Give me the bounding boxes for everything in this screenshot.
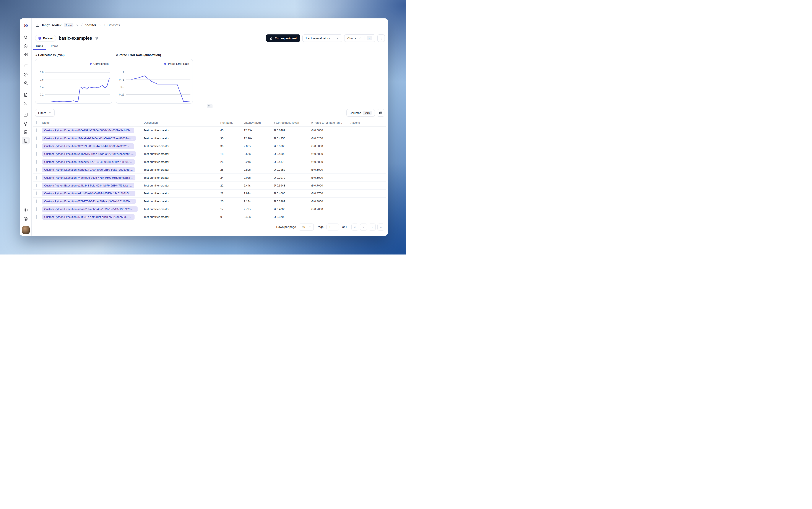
run-description: Test our filter creator [142,200,218,203]
row-actions-button[interactable] [349,207,386,211]
row-checkbox[interactable] [36,215,37,219]
sidebar-item-file-code-icon[interactable] [22,91,30,99]
row-actions-button[interactable] [349,160,386,164]
row-actions-button[interactable] [349,215,386,219]
column-header-name[interactable]: Name [40,119,142,126]
row-actions-button[interactable] [349,129,386,132]
previous-page-button[interactable]: ‹ [360,224,367,231]
run-name-link[interactable]: Custom Python Execution 5a15a616-1bab-44… [42,151,136,157]
column-header-run-items[interactable]: Run Items [218,121,242,124]
sidebar-item-life-buoy-icon[interactable] [22,215,30,223]
sidebar-item-clipboard-pen-icon[interactable] [22,128,30,136]
run-name-link[interactable]: Custom Python Execution f6bb1614-1f90-40… [42,167,135,172]
table-row[interactable]: Custom Python Execution adfae619-abb0-4d… [33,205,386,213]
sidebar-item-home-icon[interactable] [22,42,30,49]
tab-runs[interactable]: Runs [35,44,44,50]
run-name-link[interactable]: Custom Python Execution 9fe23f98-881e-44… [42,143,134,149]
row-checkbox[interactable] [36,192,37,195]
kebab-icon [351,215,355,219]
run-items-count: 30 [218,137,242,140]
row-checkbox[interactable] [36,176,37,179]
sidebar-item-percent-square-icon[interactable] [22,111,30,118]
sidebar-item-lightbulb-icon[interactable] [22,120,30,128]
run-name-link[interactable]: Custom Python Execution 371f531c-abff-4d… [42,214,135,219]
column-header-correctness[interactable]: # Correctness (eval) [272,121,310,124]
breadcrumb-env[interactable]: no-filter [84,23,96,27]
sidebar-item-list-tree-icon[interactable] [22,62,30,70]
row-checkbox[interactable] [36,160,37,164]
table-row[interactable]: Custom Python Execution fe91b83e-04a5-47… [33,190,386,197]
row-actions-button[interactable] [349,184,386,187]
sidebar-item-dashboard-icon[interactable] [22,50,30,58]
table-row[interactable]: Custom Python Execution e14fa348-5cfc-49… [33,182,386,190]
sidebar-item-search-icon[interactable] [22,33,30,41]
row-checkbox[interactable] [36,136,37,140]
run-name-link[interactable]: Custom Python Execution 076b2704-341d-48… [42,199,136,204]
row-height-button[interactable] [377,109,384,116]
row-actions-button[interactable] [349,176,386,179]
charts-button[interactable]: Charts 2 [344,34,375,42]
kebab-icon [351,192,355,195]
last-page-button[interactable]: » [377,224,384,231]
more-actions-button[interactable] [377,34,385,42]
row-checkbox[interactable] [36,207,37,211]
page-number-input[interactable] [327,224,339,231]
run-name-link[interactable]: Custom Python Execution 74de488e-ec9d-47… [42,175,135,180]
row-checkbox[interactable] [36,200,37,203]
table-row[interactable]: Custom Python Execution 371f531c-abff-4d… [33,213,386,221]
table-row[interactable]: Custom Python Execution 114aa9ef-29e6-4e… [33,134,386,142]
tab-items[interactable]: Items [50,44,59,50]
row-checkbox[interactable] [36,184,37,188]
row-actions-button[interactable] [349,200,386,203]
sidebar-item-terminal-icon[interactable] [22,99,30,107]
sidebar-item-clock-icon[interactable] [22,71,30,78]
column-header-latency[interactable]: Latency (avg) [242,121,272,124]
row-actions-button[interactable] [349,136,386,140]
column-header-parse-error-rate[interactable]: # Parse Error Rate (an... [310,121,349,124]
active-evaluators-button[interactable]: 1 active evaluators [302,34,342,42]
table-row[interactable]: Custom Python Execution f6bb1614-1f90-40… [33,166,386,174]
select-all-checkbox[interactable] [36,121,37,124]
run-name-link[interactable]: Custom Python Execution d66e7991-8595-45… [42,128,134,133]
row-actions-button[interactable] [349,192,386,195]
chevron-down-icon[interactable] [99,24,102,27]
chevron-down-icon[interactable] [76,24,79,27]
drag-handle-icon[interactable] [207,104,212,108]
table-header-row: Name Description Run Items Latency (avg)… [33,119,386,127]
table-row[interactable]: Custom Python Execution 74de488e-ec9d-47… [33,174,386,181]
run-experiment-button[interactable]: Run experiment [266,34,300,42]
run-name-link[interactable]: Custom Python Execution adfae619-abb0-4d… [42,206,138,212]
row-actions-button[interactable] [349,144,386,148]
filters-button[interactable]: Filters [35,109,55,116]
table-row[interactable]: Custom Python Execution 5a15a616-1bab-44… [33,150,386,158]
next-page-button[interactable]: › [369,224,376,231]
run-name-link[interactable]: Custom Python Execution e14fa348-5cfc-49… [42,183,134,188]
pagination-buttons: « ‹ › » [351,224,384,231]
breadcrumb-project[interactable]: langfuse-dev [42,23,61,27]
row-checkbox[interactable] [36,144,37,148]
breadcrumb-page[interactable]: Datasets [107,23,120,27]
table-row[interactable]: Custom Python Execution 1daec0f9-5e78-43… [33,158,386,166]
row-actions-button[interactable] [349,168,386,172]
rows-per-page-select[interactable]: 50 [299,224,314,231]
column-header-description[interactable]: Description [142,121,218,124]
table-row[interactable]: Custom Python Execution d66e7991-8595-45… [33,127,386,134]
run-name-link[interactable]: Custom Python Execution fe91b83e-04a5-47… [42,191,135,196]
sidebar-item-database-icon[interactable] [22,137,30,144]
row-actions-button[interactable] [349,152,386,156]
run-items-count: 30 [218,144,242,148]
row-checkbox[interactable] [36,168,37,172]
info-icon[interactable] [95,36,98,40]
table-row[interactable]: Custom Python Execution 076b2704-341d-48… [33,198,386,205]
sidebar-item-users-icon[interactable] [22,79,30,87]
row-checkbox[interactable] [36,129,37,132]
user-avatar[interactable] [22,226,30,234]
run-name-link[interactable]: Custom Python Execution 114aa9ef-29e6-4e… [42,136,136,141]
sidebar-item-gear-icon[interactable] [22,206,30,214]
run-name-link[interactable]: Custom Python Execution 1daec0f9-5e78-43… [42,159,135,165]
table-row[interactable]: Custom Python Execution 9fe23f98-881e-44… [33,142,386,150]
row-checkbox[interactable] [36,152,37,156]
sidebar-toggle-icon[interactable] [36,23,40,27]
columns-button[interactable]: Columns 8/15 [346,109,375,116]
first-page-button[interactable]: « [351,224,358,231]
